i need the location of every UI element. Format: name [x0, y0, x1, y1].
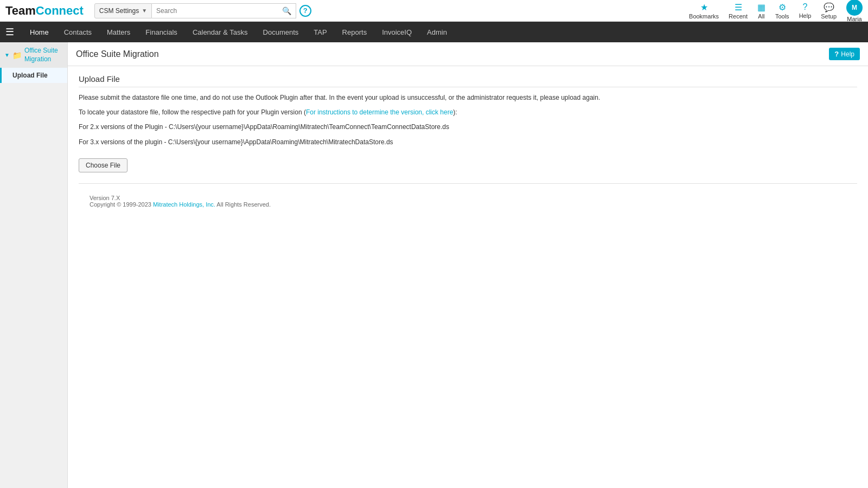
hamburger-menu-icon[interactable]: ☰	[5, 26, 14, 38]
setup-icon: 💬	[824, 2, 834, 12]
user-avatar-button[interactable]: M Maria	[846, 0, 863, 22]
nav-invoiceiq[interactable]: InvoiceIQ	[374, 22, 419, 42]
help-icon-top: ?	[802, 2, 807, 12]
text2-suffix: ):	[453, 108, 457, 116]
search-input-wrap: 🔍	[152, 3, 296, 18]
sidebar: ▼ 📁 Office Suite Migration Upload File	[0, 42, 68, 488]
main-layout: ▼ 📁 Office Suite Migration Upload File O…	[0, 42, 868, 488]
version-text: Version 7.X	[90, 195, 846, 201]
avatar: M	[846, 0, 863, 16]
all-button[interactable]: ▦ All	[757, 2, 765, 20]
instruction-text-1: Please submit the datastore file one tim…	[79, 93, 857, 103]
expand-arrow-icon: ▼	[4, 52, 10, 58]
search-area: CSM Settings ▼ 🔍 ?	[94, 3, 311, 18]
recent-icon: ☰	[735, 2, 742, 12]
copyright-prefix: Copyright © 1999-2023	[90, 201, 153, 208]
sidebar-child-label: Upload File	[12, 72, 48, 79]
tools-icon: ⚙	[778, 2, 786, 12]
instruction-text-2: To locate your datastore file, follow th…	[79, 107, 857, 118]
nav-home[interactable]: Home	[22, 22, 56, 42]
nav-documents[interactable]: Documents	[256, 22, 307, 42]
all-icon: ▦	[757, 2, 765, 12]
section-divider	[79, 183, 857, 184]
topbar-help-icon[interactable]: ?	[299, 5, 311, 17]
bookmarks-button[interactable]: ★ Bookmarks	[689, 2, 719, 20]
page-header: Office Suite Migration ? Help	[68, 42, 868, 66]
choose-file-area: Choose File	[79, 158, 857, 172]
nav-contacts[interactable]: Contacts	[56, 22, 99, 42]
content-area: Office Suite Migration ? Help Upload Fil…	[68, 42, 868, 488]
nav-matters[interactable]: Matters	[99, 22, 138, 42]
version-link[interactable]: For instructions to determine the versio…	[306, 108, 453, 116]
instruction-text-3: For 2.x versions of the Plugin - C:\User…	[79, 122, 857, 132]
bookmarks-icon: ★	[700, 2, 708, 12]
dropdown-arrow-icon: ▼	[142, 8, 147, 14]
setup-button[interactable]: 💬 Setup	[821, 2, 837, 20]
nav-tap[interactable]: TAP	[306, 22, 334, 42]
tools-button[interactable]: ⚙ Tools	[775, 2, 789, 20]
nav-admin[interactable]: Admin	[419, 22, 455, 42]
upload-file-section: Upload File Please submit the datastore …	[68, 66, 868, 221]
help-button-label: Help	[841, 50, 854, 58]
nav-bar: ☰ Home Contacts Matters Financials Calen…	[0, 22, 868, 42]
sidebar-parent-label: Office Suite Migration	[24, 47, 63, 63]
sidebar-item-upload-file[interactable]: Upload File	[0, 68, 67, 83]
choose-file-button[interactable]: Choose File	[79, 158, 127, 172]
search-input[interactable]	[152, 5, 278, 17]
top-actions: ★ Bookmarks ☰ Recent ▦ All ⚙ Tools ? Hel…	[689, 0, 863, 22]
logo-connect: Connect	[36, 4, 84, 18]
copyright-link[interactable]: Mitratech Holdings, Inc.	[153, 201, 215, 208]
text2-prefix: To locate your datastore file, follow th…	[79, 108, 306, 116]
top-bar: TeamConnect CSM Settings ▼ 🔍 ? ★ Bookmar…	[0, 0, 868, 22]
help-question-icon: ?	[834, 50, 839, 58]
page-title: Office Suite Migration	[76, 49, 829, 59]
instruction-text-4: For 3.x versions of the plugin - C:\User…	[79, 137, 857, 147]
search-button[interactable]: 🔍	[278, 4, 296, 17]
copyright-suffix: All Rights Reserved.	[215, 201, 271, 208]
nav-calendar-tasks[interactable]: Calendar & Tasks	[185, 22, 256, 42]
section-title: Upload File	[79, 74, 857, 87]
search-scope-dropdown[interactable]: CSM Settings ▼	[94, 3, 152, 18]
sidebar-section: ▼ 📁 Office Suite Migration Upload File	[0, 42, 67, 83]
help-button-top[interactable]: ? Help	[799, 2, 812, 19]
nav-reports[interactable]: Reports	[335, 22, 375, 42]
page-help-button[interactable]: ? Help	[829, 48, 860, 60]
copyright-text: Copyright © 1999-2023 Mitratech Holdings…	[90, 201, 846, 208]
nav-financials[interactable]: Financials	[138, 22, 185, 42]
sidebar-parent-office-suite-migration[interactable]: ▼ 📁 Office Suite Migration	[0, 42, 67, 68]
recent-button[interactable]: ☰ Recent	[729, 2, 748, 20]
footer: Version 7.X Copyright © 1999-2023 Mitrat…	[79, 189, 857, 213]
folder-icon: 📁	[12, 51, 22, 60]
logo: TeamConnect	[5, 4, 84, 18]
logo-team: Team	[5, 4, 36, 18]
